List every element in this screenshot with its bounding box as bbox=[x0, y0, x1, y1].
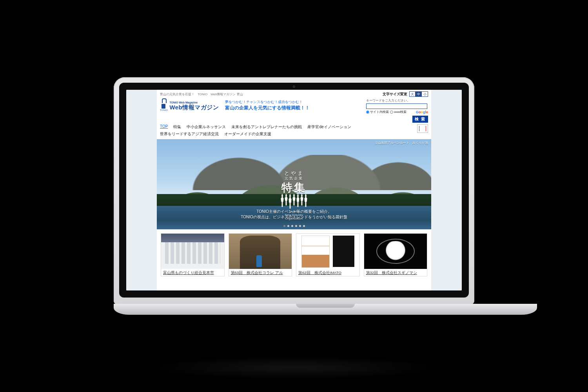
logo-mark-icon bbox=[160, 98, 167, 109]
nav-renaissance[interactable]: 中小企業ルネッサンス bbox=[187, 124, 226, 130]
font-size-large[interactable]: 大 bbox=[409, 91, 416, 97]
main-nav: TOP 特集 中小企業ルネッサンス 未来を創るアントレプレナーたちの挑戦 産学官… bbox=[160, 124, 413, 137]
search-scope-site[interactable]: サイト内検索 bbox=[366, 110, 389, 114]
font-size-buttons: 大 中 小 bbox=[409, 91, 428, 97]
hero-silhouettes-icon bbox=[157, 194, 431, 209]
nav-support[interactable]: オーダーメイドの企業支援 bbox=[224, 131, 271, 137]
search-input[interactable] bbox=[366, 103, 427, 109]
carousel-dots bbox=[157, 225, 431, 227]
hero-carousel: 立山黒部アルペンルート みくりが池 とやま 元気企業 特集 T bbox=[157, 139, 431, 229]
utility-bar: 富山の元気企業を応援！ TONIO Web情報マガジン 富山 文字サイズ変更 大… bbox=[157, 90, 431, 98]
card-thumb bbox=[229, 234, 292, 269]
font-size-medium[interactable]: 中 bbox=[416, 91, 422, 97]
font-size-label: 文字サイズ変更 bbox=[383, 92, 407, 97]
carousel-dot[interactable] bbox=[287, 225, 289, 227]
card-title[interactable]: 第62回 株式会社IMATO bbox=[296, 269, 359, 276]
carousel-dot[interactable] bbox=[291, 225, 293, 227]
header: TONIO TONIO Web Magazine Web情報マガジン 夢をつかむ… bbox=[157, 98, 431, 124]
radio-www[interactable] bbox=[390, 111, 393, 114]
search-scope-www[interactable]: www検索 bbox=[390, 110, 407, 114]
article-card[interactable]: 第62回 株式会社IMATO bbox=[296, 233, 360, 276]
card-thumb bbox=[161, 234, 224, 269]
carousel-dot[interactable] bbox=[299, 225, 301, 227]
nav-asia[interactable]: 世界をリードするアジア経済交流 bbox=[160, 131, 219, 137]
hero-subtext: TONIO主催のイベント等の概要をご紹介。 TONIOの視点は、ビジネスのトレン… bbox=[157, 209, 431, 220]
font-size-small[interactable]: 小 bbox=[422, 91, 428, 97]
logo-mark-label: TONIO bbox=[160, 109, 168, 111]
article-card[interactable]: 第53回 株式会社コラレ アル bbox=[229, 233, 292, 276]
card-title[interactable]: 第53回 株式会社コラレ アル bbox=[229, 269, 292, 276]
nav-feature[interactable]: 特集 bbox=[173, 124, 181, 130]
card-title[interactable]: 第32回 株式会社スギノマシ bbox=[364, 269, 427, 276]
logo-title: Web情報マガジン bbox=[169, 104, 219, 111]
carousel-dot[interactable] bbox=[283, 225, 285, 227]
card-thumb bbox=[364, 234, 427, 269]
radio-site[interactable] bbox=[366, 111, 369, 114]
carousel-dot[interactable] bbox=[303, 225, 305, 227]
header-tagline: 夢をつかむ！チャンスをつかむ！成功をつかむ！ 富山の企業人を元気にする情報満載！… bbox=[225, 98, 310, 111]
card-title[interactable]: 富山県ものづくり総合見本市 bbox=[161, 269, 224, 276]
google-logo: Google bbox=[416, 110, 428, 114]
carousel-dot[interactable] bbox=[295, 225, 297, 227]
tagline-line1: 夢をつかむ！チャンスをつかむ！成功をつかむ！ bbox=[225, 100, 310, 105]
hero-caption: 立山黒部アルペンルート みくりが池 bbox=[375, 141, 428, 145]
hero-big: 特集 bbox=[157, 180, 431, 195]
nav-innovation[interactable]: 産学官deイノベーション bbox=[307, 124, 351, 130]
article-card[interactable]: 富山県ものづくり総合見本市 bbox=[161, 233, 225, 276]
book-icon[interactable] bbox=[417, 124, 428, 133]
search-button[interactable]: 検 索 bbox=[412, 116, 428, 123]
nav-entrepreneur[interactable]: 未来を創るアントレプレナーたちの挑戦 bbox=[231, 124, 302, 130]
page: 富山の元気企業を応援！ TONIO Web情報マガジン 富山 文字サイズ変更 大… bbox=[126, 90, 462, 290]
site-tagline-top: 富山の元気企業を応援！ TONIO Web情報マガジン 富山 bbox=[160, 92, 243, 96]
article-cards: 富山県ものづくり総合見本市 第53回 株式会社コラレ アル 第62回 株式会社I… bbox=[157, 229, 431, 276]
tagline-line2: 富山の企業人を元気にする情報満載！！ bbox=[225, 105, 310, 111]
nav-top[interactable]: TOP bbox=[160, 124, 168, 130]
card-thumb bbox=[296, 234, 359, 269]
site-logo[interactable]: TONIO TONIO Web Magazine Web情報マガジン bbox=[160, 98, 219, 111]
article-card[interactable]: 第32回 株式会社スギノマシ bbox=[364, 233, 428, 276]
search-panel: キーワードをご入力ください。 サイト内検索 www検索 Google 検 索 bbox=[366, 98, 428, 123]
search-hint: キーワードをご入力ください。 bbox=[366, 98, 428, 103]
logo-subtitle: TONIO Web Magazine bbox=[169, 101, 219, 104]
